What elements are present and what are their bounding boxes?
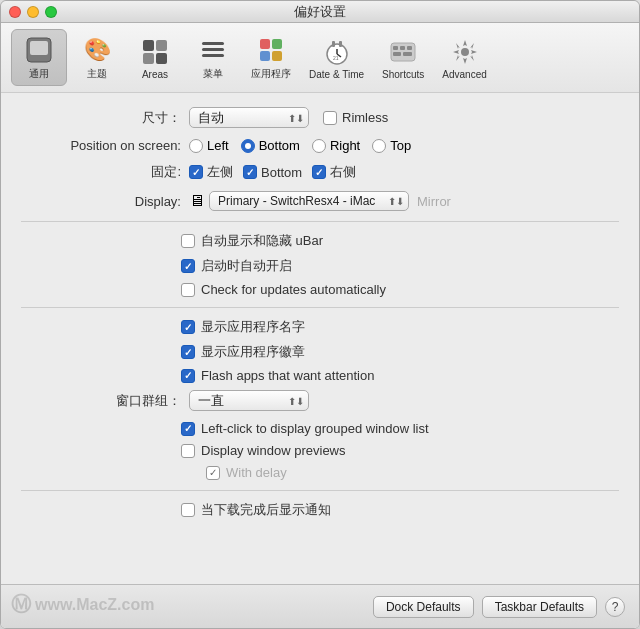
auto-launch-checkbox[interactable] <box>181 259 195 273</box>
svg-rect-14 <box>332 41 335 47</box>
tab-datetime-label: Date & Time <box>309 69 364 80</box>
separator-1 <box>21 221 619 222</box>
group-select[interactable]: 一直 从不 <box>189 390 309 411</box>
window-preview-checkbox[interactable] <box>181 444 195 458</box>
auto-launch-label: 启动时自动开启 <box>201 257 292 275</box>
theme-icon: 🎨 <box>81 34 113 66</box>
minimize-button[interactable] <box>27 6 39 18</box>
show-name-label: 显示应用程序名字 <box>201 318 305 336</box>
show-badge-checkbox[interactable] <box>181 345 195 359</box>
with-delay-checkbox[interactable] <box>206 466 220 480</box>
apps-icon <box>255 34 287 66</box>
tab-theme[interactable]: 🎨 主题 <box>69 30 125 85</box>
position-top-label: Top <box>390 138 411 153</box>
menu-icon <box>197 34 229 66</box>
group-label: 窗口群组： <box>21 392 181 410</box>
close-button[interactable] <box>9 6 21 18</box>
flash-checkbox[interactable] <box>181 369 195 383</box>
auto-hide-checkbox[interactable] <box>181 234 195 248</box>
radio-right[interactable] <box>312 139 326 153</box>
notify-label: 当下载完成后显示通知 <box>201 501 331 519</box>
svg-rect-12 <box>272 51 282 61</box>
svg-rect-24 <box>403 52 412 56</box>
tab-menu-label: 菜单 <box>203 67 223 81</box>
tab-areas[interactable]: Areas <box>127 32 183 84</box>
window-preview-row: Display window previews <box>21 443 619 458</box>
display-label: Display: <box>21 194 181 209</box>
fixed-bottom-label: Bottom <box>261 165 302 180</box>
fixed-right: 右侧 <box>312 163 356 181</box>
flash-label: Flash apps that want attention <box>201 368 374 383</box>
left-click-group-label: Left-click to display grouped window lis… <box>201 421 429 436</box>
fixed-right-checkbox[interactable] <box>312 165 326 179</box>
dock-defaults-button[interactable]: Dock Defaults <box>373 596 474 618</box>
group-row: 窗口群组： 一直 从不 ⬆⬇ <box>21 390 619 411</box>
position-left[interactable]: Left <box>189 138 229 153</box>
fixed-bottom-checkbox[interactable] <box>243 165 257 179</box>
svg-rect-20 <box>393 46 398 50</box>
position-top[interactable]: Top <box>372 138 411 153</box>
left-click-group-checkbox[interactable] <box>181 422 195 436</box>
tab-shortcuts[interactable]: Shortcuts <box>374 32 432 84</box>
fixed-checks: 左侧 Bottom 右侧 <box>189 163 356 181</box>
svg-rect-7 <box>202 48 224 51</box>
tab-theme-label: 主题 <box>87 67 107 81</box>
size-select[interactable]: 自动 小 中 大 <box>189 107 309 128</box>
notify-row: 当下载完成后显示通知 <box>21 501 619 519</box>
display-row: Display: 🖥 Primary - SwitchResx4 - iMac … <box>21 191 619 211</box>
notify-checkbox[interactable] <box>181 503 195 517</box>
radio-top[interactable] <box>372 139 386 153</box>
titlebar-buttons <box>9 6 57 18</box>
auto-hide-label: 自动显示和隐藏 uBar <box>201 232 323 250</box>
taskbar-defaults-button[interactable]: Taskbar Defaults <box>482 596 597 618</box>
position-right[interactable]: Right <box>312 138 360 153</box>
tab-apps[interactable]: 应用程序 <box>243 30 299 85</box>
auto-launch-row: 启动时自动开启 <box>21 257 619 275</box>
size-select-wrapper: 自动 小 中 大 ⬆⬇ <box>189 107 309 128</box>
monitor-icon: 🖥 <box>189 192 205 210</box>
tab-advanced[interactable]: Advanced <box>434 32 494 84</box>
datetime-icon: 21 <box>321 36 353 68</box>
window-preview-label: Display window previews <box>201 443 346 458</box>
size-label: 尺寸： <box>21 109 181 127</box>
updates-checkbox[interactable] <box>181 283 195 297</box>
rimless-option: Rimless <box>323 110 388 125</box>
position-label: Position on screen: <box>21 138 181 153</box>
display-select[interactable]: Primary - SwitchResx4 - iMac <box>209 191 409 211</box>
svg-rect-3 <box>156 40 167 51</box>
tab-general-label: 通用 <box>29 67 49 81</box>
watermark-logo: Ⓜ <box>11 591 31 618</box>
fixed-right-label: 右侧 <box>330 163 356 181</box>
svg-rect-1 <box>30 41 48 55</box>
rimless-checkbox[interactable] <box>323 111 337 125</box>
svg-rect-22 <box>407 46 412 50</box>
areas-icon <box>139 36 171 68</box>
with-delay-label: With delay <box>226 465 287 480</box>
tab-advanced-label: Advanced <box>442 69 486 80</box>
svg-rect-2 <box>143 40 154 51</box>
tab-shortcuts-label: Shortcuts <box>382 69 424 80</box>
advanced-icon <box>449 36 481 68</box>
tab-datetime[interactable]: 21 Date & Time <box>301 32 372 84</box>
separator-2 <box>21 307 619 308</box>
show-name-checkbox[interactable] <box>181 320 195 334</box>
svg-rect-15 <box>339 41 342 47</box>
fixed-left-checkbox[interactable] <box>189 165 203 179</box>
svg-rect-4 <box>143 53 154 64</box>
tab-menu[interactable]: 菜单 <box>185 30 241 85</box>
radio-left[interactable] <box>189 139 203 153</box>
help-button[interactable]: ? <box>605 597 625 617</box>
window-title: 偏好设置 <box>294 3 346 21</box>
titlebar: 偏好设置 <box>1 1 639 23</box>
radio-bottom[interactable] <box>241 139 255 153</box>
position-row: Position on screen: Left Bottom Right To… <box>21 138 619 153</box>
position-right-label: Right <box>330 138 360 153</box>
general-icon <box>23 34 55 66</box>
toolbar: 通用 🎨 主题 Areas <box>1 23 639 93</box>
tab-general[interactable]: 通用 <box>11 29 67 86</box>
fixed-left-label: 左侧 <box>207 163 233 181</box>
rimless-label: Rimless <box>342 110 388 125</box>
maximize-button[interactable] <box>45 6 57 18</box>
size-row: 尺寸： 自动 小 中 大 ⬆⬇ Rimless <box>21 107 619 128</box>
position-bottom[interactable]: Bottom <box>241 138 300 153</box>
